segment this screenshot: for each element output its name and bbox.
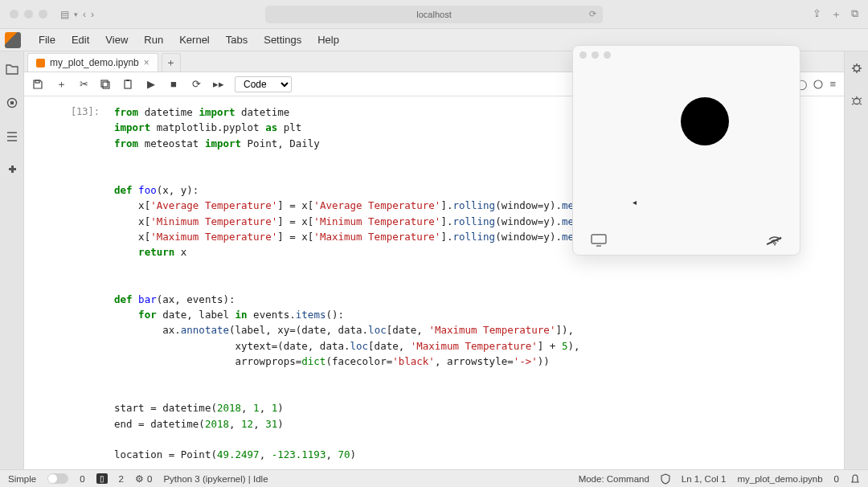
new-launcher-button[interactable]: ＋: [162, 53, 181, 72]
property-inspector-icon[interactable]: [851, 63, 862, 74]
copy-icon[interactable]: [100, 79, 113, 90]
menu-edit[interactable]: Edit: [63, 31, 97, 49]
status-term-count[interactable]: 2: [119, 474, 124, 484]
simple-mode-label: Simple: [8, 474, 36, 484]
save-icon[interactable]: [32, 79, 45, 90]
svg-rect-6: [126, 80, 129, 81]
reload-icon[interactable]: ⟳: [589, 9, 596, 19]
minimize-window-icon[interactable]: [24, 10, 33, 18]
paste-icon[interactable]: [122, 79, 135, 90]
camera-preview-circle: [681, 97, 729, 145]
mode-indicator[interactable]: Mode: Command: [579, 474, 649, 484]
overlay-titlebar[interactable]: [573, 46, 800, 63]
stop-icon[interactable]: ■: [167, 78, 180, 90]
overlay-close-icon[interactable]: [579, 51, 587, 59]
toc-icon[interactable]: [6, 130, 18, 143]
overlay-minimize-icon[interactable]: [592, 51, 599, 59]
browser-nav-controls: ▤ ▾ ‹ ›: [60, 9, 94, 20]
back-icon[interactable]: ‹: [83, 9, 86, 20]
menu-kernel[interactable]: Kernel: [171, 31, 218, 49]
menu-file[interactable]: File: [31, 31, 63, 49]
cell-type-select[interactable]: Code: [235, 76, 292, 92]
add-cell-icon[interactable]: ＋: [55, 77, 68, 92]
overlay-body: ◂: [573, 63, 800, 226]
overlay-zoom-icon[interactable]: [604, 51, 611, 59]
tab-title: my_plot_demo.ipynb: [50, 57, 139, 68]
kernel-status[interactable]: Python 3 (ipykernel) | Idle: [163, 474, 268, 484]
kernel-idle-circle-icon[interactable]: [813, 80, 823, 89]
overlay-footer: [573, 226, 800, 255]
svg-point-9: [854, 99, 860, 104]
running-icon[interactable]: [6, 96, 18, 109]
statusbar: Simple 0 ▯ 2 ⚙ 0 Python 3 (ipykernel) | …: [0, 469, 868, 487]
sidebar-toggle-icon[interactable]: ▤: [60, 9, 69, 20]
floating-preview-window[interactable]: ◂: [572, 45, 800, 256]
filename-indicator[interactable]: my_plot_demo.ipynb: [737, 474, 822, 484]
trusted-icon[interactable]: [661, 473, 670, 485]
menu-settings[interactable]: Settings: [256, 31, 309, 49]
tabs-overview-icon[interactable]: ⧉: [851, 7, 858, 22]
svg-rect-2: [35, 80, 39, 83]
display-icon[interactable]: [591, 234, 607, 247]
settings-icon[interactable]: ⚙: [135, 473, 144, 485]
address-url: localhost: [416, 10, 451, 19]
extensions-icon[interactable]: [6, 164, 18, 177]
address-bar[interactable]: localhost ⟳: [265, 6, 603, 23]
debugger-icon[interactable]: [851, 95, 862, 106]
new-tab-icon[interactable]: ＋: [831, 7, 841, 22]
svg-rect-3: [101, 80, 108, 87]
menu-view[interactable]: View: [97, 31, 136, 49]
forward-icon[interactable]: ›: [91, 9, 94, 20]
cut-icon[interactable]: ✂: [77, 78, 90, 90]
status-right-count: 0: [834, 474, 839, 484]
notebook-tab[interactable]: my_plot_demo.ipynb ×: [27, 53, 158, 72]
svg-rect-1: [10, 101, 14, 104]
share-icon[interactable]: ⇪: [813, 7, 821, 22]
line-col-indicator[interactable]: Ln 1, Col 1: [682, 474, 727, 484]
jupyter-logo-icon[interactable]: [5, 32, 21, 48]
svg-point-7: [814, 80, 822, 88]
close-window-icon[interactable]: [10, 10, 18, 18]
menu-help[interactable]: Help: [309, 31, 347, 49]
cursor-icon: ◂: [633, 198, 637, 207]
status-count-0[interactable]: 0: [80, 474, 84, 484]
cell-prompt: [13]:: [24, 104, 108, 469]
window-traffic-lights: [10, 10, 47, 18]
wifi-slash-icon[interactable]: [768, 235, 782, 246]
file-browser-icon[interactable]: [6, 63, 18, 76]
run-icon[interactable]: ▶: [145, 78, 158, 90]
right-activity-bar: [844, 51, 868, 469]
menu-tabs[interactable]: Tabs: [218, 31, 256, 49]
restart-run-all-icon[interactable]: ▸▸: [212, 78, 225, 90]
close-tab-icon[interactable]: ×: [144, 57, 149, 68]
terminal-badge-icon[interactable]: ▯: [96, 473, 108, 484]
restart-icon[interactable]: ⟳: [190, 78, 203, 90]
svg-point-11: [774, 244, 776, 246]
simple-mode-toggle[interactable]: [47, 473, 68, 484]
notifications-icon[interactable]: [850, 473, 860, 485]
status-gear-count: 0: [147, 474, 152, 484]
notebook-menu-icon[interactable]: ≡: [829, 78, 836, 90]
svg-rect-10: [592, 235, 606, 244]
svg-rect-4: [103, 82, 109, 88]
zoom-window-icon[interactable]: [39, 10, 47, 18]
left-activity-bar: [0, 51, 24, 469]
notebook-file-icon: [36, 59, 45, 68]
menu-run[interactable]: Run: [136, 31, 171, 49]
svg-point-8: [854, 66, 859, 72]
browser-titlebar: ▤ ▾ ‹ › localhost ⟳ ⇪ ＋ ⧉: [0, 0, 868, 29]
chevron-down-icon[interactable]: ▾: [74, 10, 78, 18]
svg-rect-5: [125, 80, 131, 88]
